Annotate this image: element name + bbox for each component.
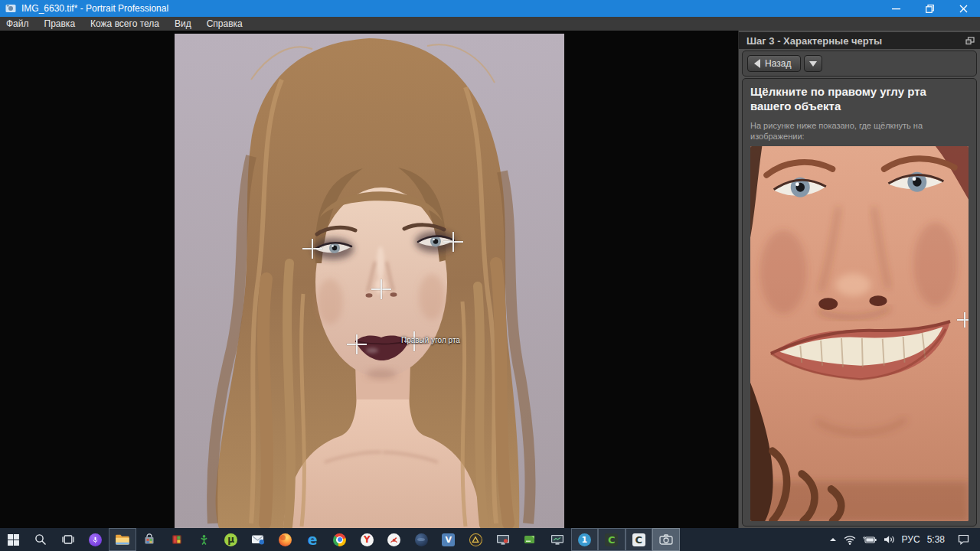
screen-recorder-icon[interactable] [489, 528, 517, 551]
step-panel: Шаг 3 - Характерные черты Назад Щёлкните… [738, 31, 980, 528]
camtasia-icon[interactable]: C [598, 528, 626, 551]
chevron-down-icon [809, 61, 817, 67]
panel-content: Щёлкните по правому углу рта вашего объе… [742, 78, 977, 527]
firefox-icon[interactable] [272, 528, 299, 551]
panel-toolbar: Назад [742, 51, 977, 77]
back-dropdown-button[interactable] [804, 55, 822, 72]
camera-app-icon[interactable] [652, 528, 680, 551]
window-title: IMG_6630.tif* - Portrait Professional [21, 3, 879, 14]
app-icon [5, 3, 17, 14]
close-button[interactable] [946, 0, 980, 17]
vk-icon[interactable]: V [435, 528, 462, 551]
action-center-icon[interactable] [958, 534, 969, 545]
menu-bar: ФайлПравкаКожа всего телаВидСправка [0, 17, 980, 31]
titlebar: IMG_6630.tif* - Portrait Professional [0, 0, 980, 17]
utorrent-icon[interactable]: µ [217, 528, 245, 551]
menu-item-0[interactable]: Файл [6, 17, 37, 31]
volume-icon[interactable] [884, 535, 895, 544]
color-blocks-app-icon[interactable] [163, 528, 191, 551]
menu-item-2[interactable]: Кожа всего тела [83, 17, 167, 31]
workspace: Правый угол рта Шаг 3 - Характерные черт… [0, 31, 980, 528]
wifi-icon[interactable] [844, 535, 856, 545]
portrait-photo[interactable]: Правый угол рта [175, 34, 564, 528]
undock-icon[interactable] [965, 36, 975, 46]
system-tray: РУС 5:38 [829, 528, 980, 551]
screen: IMG_6630.tif* - Portrait Professional Фа… [0, 0, 980, 551]
yandex-browser-icon[interactable]: Y [354, 528, 381, 551]
menu-item-1[interactable]: Правка [37, 17, 83, 31]
warning-badge-app-icon[interactable] [462, 528, 490, 551]
instruction-heading: Щёлкните по правому углу рта вашего объе… [750, 85, 969, 114]
hidden-icons-chevron-icon[interactable] [829, 537, 837, 542]
back-arrow-icon [754, 59, 760, 68]
chrome-icon[interactable] [326, 528, 354, 551]
green-figure-app-icon[interactable] [191, 528, 218, 551]
taskbar: µeYV1CC РУС 5:38 [0, 528, 980, 551]
marker-tooltip: Правый угол рта [401, 336, 460, 344]
minimize-button[interactable] [879, 0, 913, 17]
edge-icon[interactable]: e [299, 528, 327, 551]
instruction-body: На рисунке ниже показано, где щёлкнуть н… [750, 120, 969, 142]
window-controls [879, 0, 980, 17]
menu-item-4[interactable]: Справка [199, 17, 250, 31]
speed-gauge-app-icon[interactable] [381, 528, 408, 551]
start-button-icon[interactable] [0, 528, 28, 551]
taskbar-icons: µeYV1CC [0, 528, 680, 551]
back-button-label: Назад [765, 58, 791, 69]
maximize-button[interactable] [913, 0, 946, 17]
panel-header: Шаг 3 - Характерные черты [739, 32, 980, 49]
panel-title: Шаг 3 - Характерные черты [746, 35, 965, 47]
clock[interactable]: 5:38 [927, 534, 945, 545]
stats-monitor-app-icon[interactable] [544, 528, 571, 551]
language-indicator[interactable]: РУС [902, 534, 920, 545]
search-icon[interactable] [28, 528, 55, 551]
mail-icon[interactable] [245, 528, 273, 551]
task-view-icon[interactable] [54, 528, 82, 551]
example-image [750, 146, 969, 521]
microsoft-store-icon[interactable] [136, 528, 164, 551]
battery-icon[interactable] [863, 536, 877, 544]
dark-sphere-app-icon[interactable] [408, 528, 436, 551]
cortana-icon[interactable] [82, 528, 109, 551]
editor-canvas[interactable]: Правый угол рта [0, 31, 737, 528]
file-explorer-icon[interactable] [109, 528, 136, 551]
camtasia-recorder-icon[interactable]: C [626, 528, 653, 551]
back-button[interactable]: Назад [747, 55, 801, 72]
green-card-app-icon[interactable] [517, 528, 544, 551]
menu-item-3[interactable]: Вид [167, 17, 199, 31]
one-badge-app-icon[interactable]: 1 [571, 528, 599, 551]
